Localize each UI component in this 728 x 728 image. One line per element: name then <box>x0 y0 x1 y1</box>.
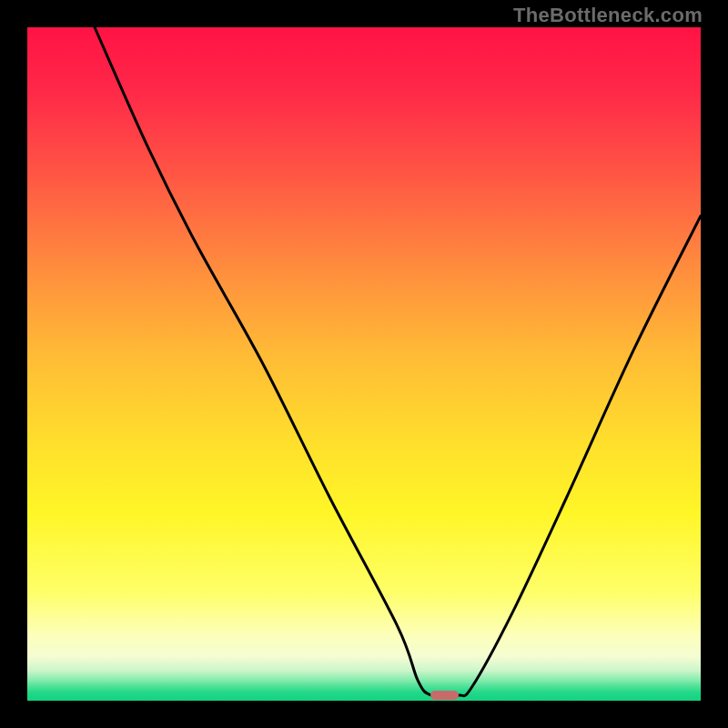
watermark-text: TheBottleneck.com <box>513 4 703 27</box>
chart-frame: TheBottleneck.com <box>0 0 728 728</box>
bottleneck-curve <box>95 27 701 697</box>
curve-layer <box>27 27 701 701</box>
plot-area <box>27 27 701 701</box>
optimal-marker <box>430 691 459 700</box>
